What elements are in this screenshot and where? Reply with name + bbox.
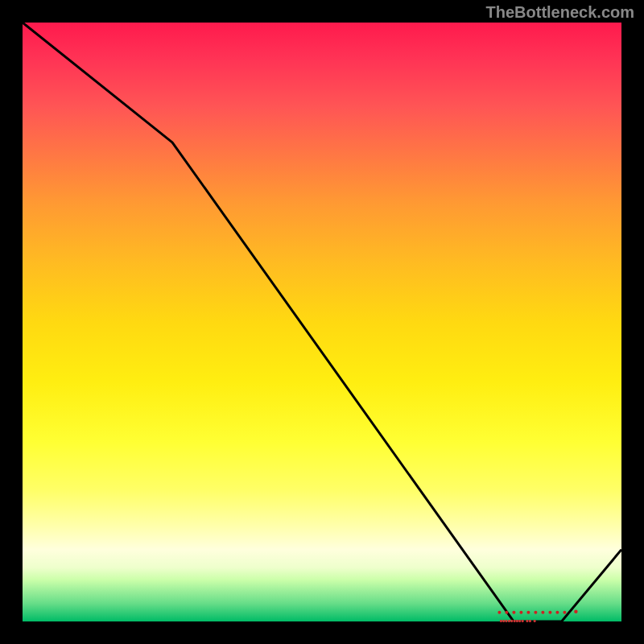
- svg-point-9: [563, 611, 566, 614]
- svg-point-10: [574, 610, 577, 613]
- chart-line-layer: [23, 23, 621, 621]
- svg-point-4: [526, 611, 530, 614]
- bottleneck-curve: [23, 23, 621, 621]
- marker-label: ••••••••• •• •: [499, 616, 535, 625]
- svg-point-7: [548, 611, 551, 614]
- data-marker: [497, 610, 577, 614]
- svg-point-5: [534, 611, 537, 614]
- attribution-text: TheBottleneck.com: [486, 3, 634, 22]
- svg-point-0: [497, 611, 501, 614]
- svg-point-1: [505, 611, 508, 614]
- svg-point-2: [512, 611, 515, 614]
- svg-point-3: [519, 611, 522, 614]
- svg-point-8: [555, 611, 559, 614]
- svg-point-6: [541, 611, 544, 614]
